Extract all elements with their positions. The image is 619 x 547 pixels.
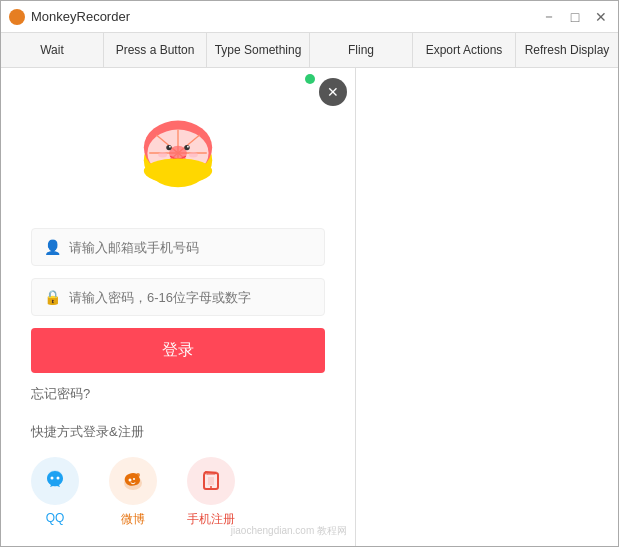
svg-point-13 [158, 152, 167, 157]
main-window: MonkeyRecorder － □ ✕ Wait Press a Button… [0, 0, 619, 547]
weibo-label: 微博 [121, 511, 145, 528]
svg-point-19 [129, 479, 132, 482]
svg-point-10 [169, 146, 171, 148]
email-field-container: 👤 [31, 228, 325, 266]
quick-login-icons: QQ 微博 [31, 457, 235, 528]
app-icon [9, 9, 25, 25]
lock-icon: 🔒 [44, 289, 61, 305]
phone-icon-circle [187, 457, 235, 505]
svg-point-16 [51, 477, 54, 480]
watermark: jiaochengdian.com 教程网 [231, 524, 347, 538]
svg-point-11 [187, 146, 189, 148]
svg-point-22 [210, 486, 212, 488]
close-panel-button[interactable]: ✕ [319, 78, 347, 106]
recording-indicator [305, 74, 315, 84]
login-button[interactable]: 登录 [31, 328, 325, 373]
quick-login-label: 快捷方式登录&注册 [31, 423, 144, 441]
svg-point-14 [189, 152, 198, 157]
password-input[interactable] [69, 290, 312, 305]
user-icon: 👤 [44, 239, 61, 255]
close-window-button[interactable]: ✕ [592, 8, 610, 26]
qq-login[interactable]: QQ [31, 457, 79, 528]
svg-point-17 [57, 477, 60, 480]
qq-icon-circle [31, 457, 79, 505]
press-button-button[interactable]: Press a Button [104, 33, 207, 67]
email-input[interactable] [69, 240, 312, 255]
app-logo [133, 108, 223, 198]
right-panel [356, 68, 618, 546]
main-area: ✕ [1, 68, 618, 546]
title-bar: MonkeyRecorder － □ ✕ [1, 1, 618, 33]
svg-point-12 [144, 158, 212, 183]
svg-point-9 [184, 145, 189, 150]
svg-point-8 [166, 145, 171, 150]
svg-point-21 [136, 473, 140, 477]
weibo-login[interactable]: 微博 [109, 457, 157, 528]
window-title: MonkeyRecorder [31, 9, 540, 24]
password-field-container: 🔒 [31, 278, 325, 316]
phone-login[interactable]: 手机注册 [187, 457, 235, 528]
qq-label: QQ [46, 511, 65, 525]
fling-button[interactable]: Fling [310, 33, 413, 67]
toolbar: Wait Press a Button Type Something Fling… [1, 33, 618, 68]
minimize-button[interactable]: － [540, 8, 558, 26]
weibo-icon-circle [109, 457, 157, 505]
export-actions-button[interactable]: Export Actions [413, 33, 516, 67]
window-controls: － □ ✕ [540, 8, 610, 26]
maximize-button[interactable]: □ [566, 8, 584, 26]
left-panel: ✕ [1, 68, 356, 546]
phone-label: 手机注册 [187, 511, 235, 528]
wait-button[interactable]: Wait [1, 33, 104, 67]
refresh-display-button[interactable]: Refresh Display [516, 33, 618, 67]
svg-point-20 [133, 478, 135, 480]
forgot-password-link[interactable]: 忘记密码? [31, 385, 90, 403]
type-something-button[interactable]: Type Something [207, 33, 310, 67]
